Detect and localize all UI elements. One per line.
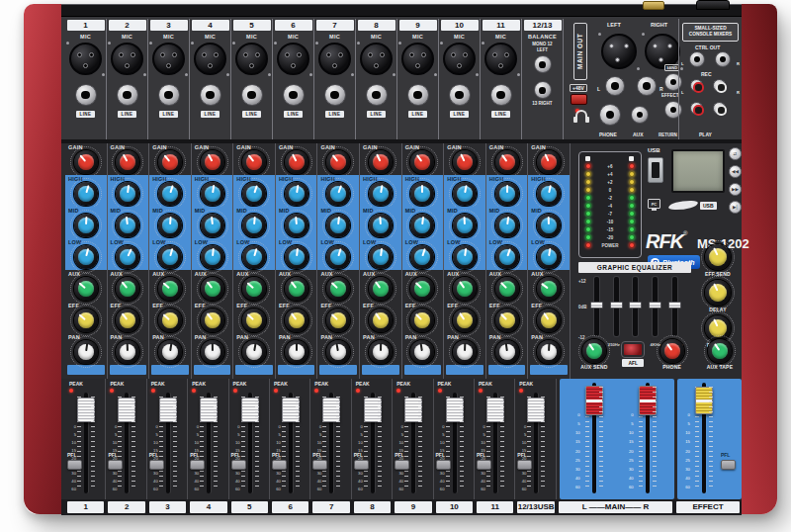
pfl-button[interactable] xyxy=(312,460,327,470)
pfl-button[interactable] xyxy=(354,460,369,470)
fader-cap[interactable] xyxy=(364,398,382,422)
eff-knob[interactable] xyxy=(537,309,561,332)
high-knob[interactable] xyxy=(158,182,182,206)
pfl-button[interactable] xyxy=(517,460,532,470)
pan-knob[interactable] xyxy=(74,340,98,364)
pan-knob[interactable] xyxy=(285,340,308,364)
aux-knob[interactable] xyxy=(201,277,224,301)
eq-slider-cap[interactable] xyxy=(668,302,681,309)
gain-knob[interactable] xyxy=(158,150,182,174)
low-knob[interactable] xyxy=(158,245,182,269)
eff-knob[interactable] xyxy=(495,309,519,332)
pfl-button[interactable] xyxy=(395,460,409,470)
aux-knob[interactable] xyxy=(410,277,434,301)
gain-knob[interactable] xyxy=(453,150,477,174)
aux-tape-knob[interactable] xyxy=(708,339,732,363)
eq-slider-cap[interactable] xyxy=(629,302,642,309)
pan-knob[interactable] xyxy=(495,340,519,364)
pan-knob[interactable] xyxy=(453,340,477,364)
aux-knob[interactable] xyxy=(369,277,393,301)
high-knob[interactable] xyxy=(410,182,434,206)
aux-knob[interactable] xyxy=(242,277,266,301)
main-l-fader-cap[interactable] xyxy=(585,386,603,415)
high-knob[interactable] xyxy=(242,182,266,206)
aux-knob[interactable] xyxy=(326,277,350,301)
aux-knob[interactable] xyxy=(495,277,519,301)
gain-knob[interactable] xyxy=(74,150,98,174)
mid-knob[interactable] xyxy=(285,214,308,237)
pfl-button[interactable] xyxy=(477,460,491,470)
eff-knob[interactable] xyxy=(326,309,350,332)
high-knob[interactable] xyxy=(495,182,519,206)
aux-knob[interactable] xyxy=(537,277,561,301)
phone-knob[interactable] xyxy=(660,339,684,363)
pan-knob[interactable] xyxy=(537,340,561,364)
fader-cap[interactable] xyxy=(486,398,504,422)
eff-knob[interactable] xyxy=(369,309,393,332)
low-knob[interactable] xyxy=(410,245,434,269)
high-knob[interactable] xyxy=(74,182,98,206)
fader-cap[interactable] xyxy=(241,398,259,422)
low-knob[interactable] xyxy=(242,245,266,269)
fader-cap[interactable] xyxy=(446,398,464,422)
mid-knob[interactable] xyxy=(242,214,266,237)
phantom-power-switch[interactable] xyxy=(571,94,587,105)
eff-send-knob[interactable] xyxy=(705,244,731,270)
low-knob[interactable] xyxy=(74,245,98,269)
mid-knob[interactable] xyxy=(158,214,182,237)
low-knob[interactable] xyxy=(453,245,477,269)
pfl-button[interactable] xyxy=(190,460,205,470)
fader-cap[interactable] xyxy=(77,398,95,422)
pfl-button[interactable] xyxy=(436,460,451,470)
high-knob[interactable] xyxy=(453,182,477,206)
gain-knob[interactable] xyxy=(495,150,519,174)
aux-knob[interactable] xyxy=(285,277,308,301)
high-knob[interactable] xyxy=(285,182,308,206)
high-knob[interactable] xyxy=(116,182,139,206)
mid-knob[interactable] xyxy=(116,214,139,237)
pan-knob[interactable] xyxy=(116,340,139,364)
high-knob[interactable] xyxy=(326,182,350,206)
mid-knob[interactable] xyxy=(74,214,98,237)
aux-knob[interactable] xyxy=(158,277,182,301)
fader-cap[interactable] xyxy=(322,398,340,422)
mid-knob[interactable] xyxy=(453,214,477,237)
pan-knob[interactable] xyxy=(410,340,434,364)
mid-knob[interactable] xyxy=(326,214,350,237)
pfl-button[interactable] xyxy=(272,460,287,470)
eq-slider-cap[interactable] xyxy=(649,302,661,309)
eq-slider-cap[interactable] xyxy=(590,302,603,309)
fader-cap[interactable] xyxy=(404,398,422,422)
aux-knob[interactable] xyxy=(74,277,98,301)
pfl-button[interactable] xyxy=(108,460,123,470)
afl-button[interactable] xyxy=(622,342,644,357)
mid-knob[interactable] xyxy=(201,214,224,237)
pfl-button[interactable] xyxy=(231,460,246,470)
pan-knob[interactable] xyxy=(242,340,266,364)
fader-cap[interactable] xyxy=(282,398,300,422)
gain-knob[interactable] xyxy=(326,150,350,174)
pan-knob[interactable] xyxy=(369,340,393,364)
aux-knob[interactable] xyxy=(453,277,477,301)
fader-cap[interactable] xyxy=(527,398,545,422)
eff-knob[interactable] xyxy=(410,309,434,332)
low-knob[interactable] xyxy=(495,245,519,269)
mid-knob[interactable] xyxy=(537,214,561,237)
prev-track-button[interactable]: ◀◀ xyxy=(729,165,742,178)
fader-cap[interactable] xyxy=(118,398,135,422)
gain-knob[interactable] xyxy=(410,150,434,174)
eff-knob[interactable] xyxy=(116,309,139,332)
aux-knob[interactable] xyxy=(116,277,139,301)
low-knob[interactable] xyxy=(201,245,224,269)
gain-knob[interactable] xyxy=(242,150,266,174)
main-r-fader-cap[interactable] xyxy=(639,386,657,415)
eff-knob[interactable] xyxy=(453,309,477,332)
gain-knob[interactable] xyxy=(537,150,561,174)
effect-pfl-button[interactable] xyxy=(721,460,736,470)
fader-cap[interactable] xyxy=(159,398,177,422)
low-knob[interactable] xyxy=(116,245,139,269)
eff-knob[interactable] xyxy=(74,309,98,332)
gain-knob[interactable] xyxy=(201,150,224,174)
mid-knob[interactable] xyxy=(495,214,519,237)
low-knob[interactable] xyxy=(285,245,308,269)
